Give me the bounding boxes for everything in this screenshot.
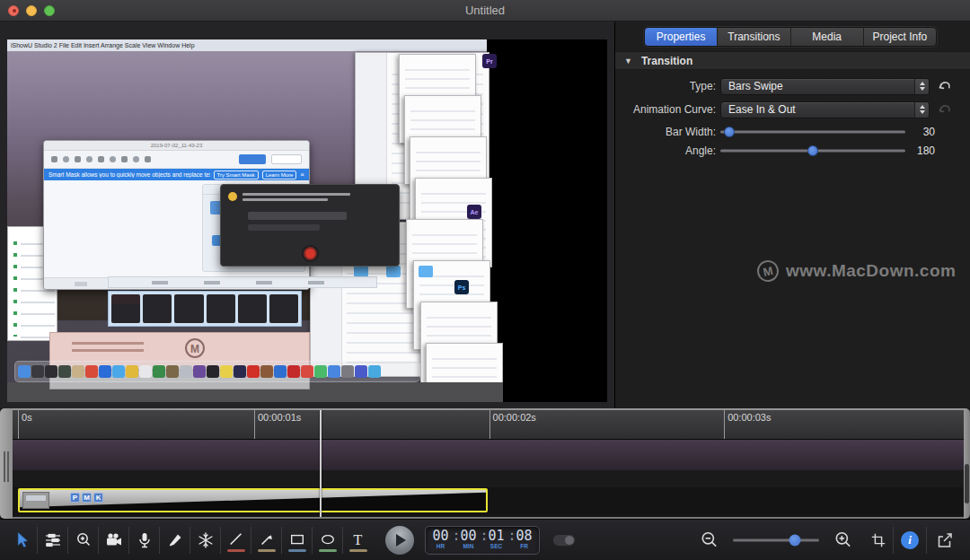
zoom-window-button[interactable]	[44, 5, 55, 16]
dock-app-icon	[274, 365, 287, 378]
tab-project-info[interactable]: Project Info	[864, 28, 936, 46]
freeze-frame-tool-button[interactable]	[190, 525, 220, 556]
tab-media[interactable]: Media	[791, 28, 864, 46]
ae-app-icon: Ae	[467, 205, 481, 219]
ps-app-icon: Ps	[454, 280, 469, 294]
timeline: 0s00:00:01s00:00:02s00:00:03s PMK	[0, 408, 970, 519]
animation-curve-dropdown[interactable]: Ease In & Out	[720, 101, 930, 118]
type-value: Bars Swipe	[721, 80, 914, 92]
preview-recording-dialog	[220, 184, 400, 267]
dock-app-icon	[126, 365, 138, 378]
type-dropdown[interactable]: Bars Swipe	[720, 78, 930, 95]
window-title: Untitled	[0, 4, 970, 17]
warning-icon	[228, 192, 237, 201]
angle-slider-thumb[interactable]	[807, 145, 818, 156]
bar-width-slider[interactable]	[720, 125, 905, 139]
pointer-tool-button[interactable]	[7, 525, 37, 556]
dock-app-icon	[301, 365, 313, 378]
dock-app-icon	[314, 365, 327, 378]
timeline-zoom-slider[interactable]	[733, 533, 819, 547]
play-button[interactable]	[385, 526, 414, 555]
timecode-display[interactable]: 00:00:01:08 HRMINSECFR	[425, 526, 540, 555]
info-button[interactable]: i	[901, 531, 919, 549]
zoom-in-button[interactable]	[828, 525, 858, 556]
bar-width-slider-thumb[interactable]	[724, 127, 735, 137]
undo-type-icon[interactable]	[938, 79, 952, 93]
macdown-logo-icon: M	[755, 258, 780, 284]
animation-curve-value: Ease In & Out	[721, 103, 914, 116]
ellipse-annotation-button[interactable]	[313, 525, 342, 556]
rectangle-annotation-button[interactable]	[282, 525, 312, 556]
dock-app-icon	[247, 365, 260, 378]
preview-dock	[14, 361, 420, 382]
titlebar: Untitled	[0, 0, 970, 22]
preview-filmstrip	[108, 291, 302, 327]
text-annotation-button[interactable]: T	[343, 525, 373, 556]
timeline-scrollbar[interactable]	[964, 408, 970, 519]
captured-light-button	[271, 154, 302, 164]
app-window: Untitled iShowU Studio 2 File Edit Inser…	[0, 0, 970, 560]
timeline-content[interactable]: 0s00:00:01s00:00:02s00:00:03s PMK	[13, 408, 964, 519]
share-button[interactable]	[927, 525, 963, 556]
animation-curve-label: Animation Curve:	[615, 103, 716, 116]
close-button[interactable]	[8, 5, 19, 16]
minimize-button[interactable]	[26, 5, 37, 16]
tab-properties[interactable]: Properties	[645, 28, 718, 46]
folder-icon	[386, 266, 401, 277]
line-annotation-button[interactable]	[221, 525, 251, 556]
tracks-tool-button[interactable]	[38, 525, 67, 556]
dock-app-icon	[45, 365, 57, 378]
tab-transitions[interactable]: Transitions	[718, 28, 790, 46]
clip-badge-k: K	[93, 493, 103, 503]
dock-app-icon	[328, 365, 340, 378]
dock-app-icon	[139, 365, 152, 378]
panel-tabs: PropertiesTransitionsMediaProject Info	[644, 27, 937, 47]
captured-blue-button	[239, 154, 266, 164]
zoom-region-tool-button[interactable]	[68, 525, 98, 556]
dock-app-icon	[355, 365, 367, 378]
timecode-min: 00	[457, 529, 481, 543]
dock-app-icon	[260, 365, 273, 378]
microphone-tool-button[interactable]	[129, 525, 159, 556]
clip-thumbnail	[22, 492, 49, 509]
clip-badge-p: P	[70, 493, 80, 503]
captured-banner: Smart Mask allows you to quickly move ob…	[44, 169, 309, 180]
angle-value: 180	[905, 144, 935, 157]
preview-video-frame: iShowU Studio 2 File Edit Insert Arrange…	[7, 39, 607, 402]
timeline-grip[interactable]	[0, 408, 13, 519]
toolbar: T 00:00:01:08 HRMINSECFR i	[0, 519, 970, 560]
dock-app-icon	[18, 365, 31, 378]
video-preview[interactable]: iShowU Studio 2 File Edit Insert Arrange…	[0, 22, 614, 408]
transition-section-header[interactable]: ▼ Transition	[615, 51, 970, 70]
clip-row: PMK	[13, 487, 964, 513]
angle-slider[interactable]	[720, 144, 905, 158]
timeline-ruler[interactable]: 0s00:00:01s00:00:02s00:00:03s	[13, 410, 964, 440]
timecode-hr: 00	[429, 529, 453, 543]
timeline-clip[interactable]: PMK	[18, 488, 488, 512]
bar-width-value: 30	[905, 126, 935, 138]
captured-banner-button: Learn More	[262, 171, 297, 179]
video-track[interactable]	[13, 440, 964, 470]
dock-app-icon	[85, 365, 98, 378]
captured-banner-text: Smart Mask allows you to quickly move ob…	[48, 171, 210, 178]
arrow-annotation-button[interactable]	[251, 525, 281, 556]
dock-app-icon	[166, 365, 179, 378]
record-button-graphic	[304, 247, 317, 260]
watermark: M www.MacDown.com	[757, 260, 956, 282]
captured-banner-button: Try Smart Mask	[214, 171, 259, 179]
captured-window-title: 2019-07-02_11-43-23	[44, 141, 309, 151]
zoom-out-button[interactable]	[694, 525, 724, 556]
dock-app-icon	[287, 365, 300, 378]
preview-toggle[interactable]	[552, 534, 576, 547]
type-label: Type:	[615, 80, 716, 92]
watermark-text: www.MacDown.com	[786, 261, 956, 281]
disclosure-triangle-icon[interactable]: ▼	[624, 57, 632, 66]
timeline-zoom-slider-thumb[interactable]	[789, 534, 801, 546]
dock-app-icon	[58, 365, 71, 378]
captured-window-toolbar	[44, 151, 309, 169]
cut-tool-button[interactable]	[160, 525, 190, 556]
camera-tool-button[interactable]	[99, 525, 128, 556]
undo-animation-curve-icon[interactable]	[938, 102, 952, 117]
crop-button[interactable]	[863, 525, 893, 556]
playhead[interactable]	[320, 410, 322, 517]
